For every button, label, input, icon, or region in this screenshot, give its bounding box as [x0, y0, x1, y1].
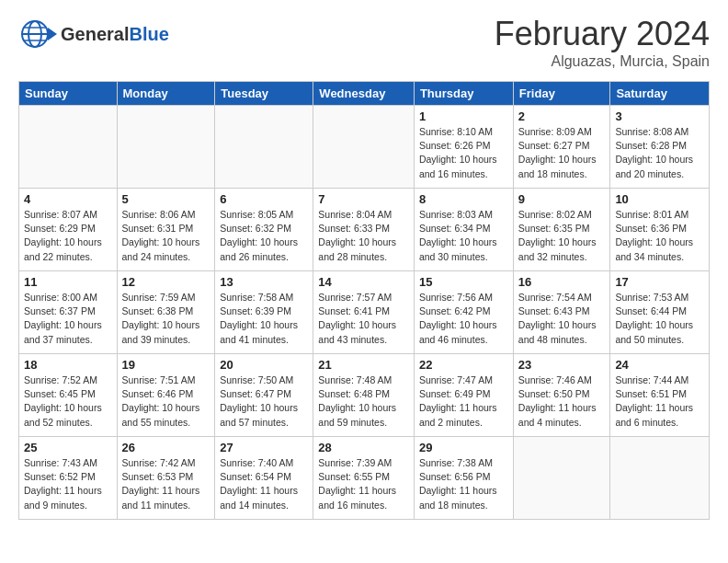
- day-number: 20: [220, 358, 308, 372]
- day-info: Sunrise: 8:03 AM Sunset: 6:34 PM Dayligh…: [419, 208, 508, 264]
- calendar-cell: 10Sunrise: 8:01 AM Sunset: 6:36 PM Dayli…: [610, 189, 710, 271]
- col-sunday: Sunday: [19, 82, 118, 106]
- day-info: Sunrise: 7:43 AM Sunset: 6:52 PM Dayligh…: [24, 456, 112, 512]
- day-number: 6: [220, 192, 308, 206]
- location: Alguazas, Murcia, Spain: [495, 53, 710, 70]
- day-info: Sunrise: 7:40 AM Sunset: 6:54 PM Dayligh…: [220, 456, 308, 512]
- day-number: 1: [419, 109, 508, 123]
- calendar-cell: 18Sunrise: 7:52 AM Sunset: 6:45 PM Dayli…: [19, 354, 118, 437]
- calendar-cell: 8Sunrise: 8:03 AM Sunset: 6:34 PM Daylig…: [414, 189, 513, 271]
- day-info: Sunrise: 8:08 AM Sunset: 6:28 PM Dayligh…: [615, 125, 704, 181]
- day-info: Sunrise: 7:58 AM Sunset: 6:39 PM Dayligh…: [220, 291, 308, 347]
- day-info: Sunrise: 7:39 AM Sunset: 6:55 PM Dayligh…: [318, 456, 409, 512]
- calendar-cell: 3Sunrise: 8:08 AM Sunset: 6:28 PM Daylig…: [610, 106, 710, 189]
- logo-blue-text: Blue: [129, 24, 168, 44]
- calendar-cell: 23Sunrise: 7:46 AM Sunset: 6:50 PM Dayli…: [513, 354, 610, 437]
- day-number: 8: [419, 192, 508, 206]
- day-info: Sunrise: 7:42 AM Sunset: 6:53 PM Dayligh…: [122, 456, 210, 512]
- calendar-cell: 20Sunrise: 7:50 AM Sunset: 6:47 PM Dayli…: [215, 354, 313, 437]
- calendar-cell: 19Sunrise: 7:51 AM Sunset: 6:46 PM Dayli…: [117, 354, 215, 437]
- calendar-cell: 12Sunrise: 7:59 AM Sunset: 6:38 PM Dayli…: [117, 271, 215, 354]
- day-number: 2: [518, 109, 606, 123]
- svg-marker-5: [48, 28, 57, 40]
- calendar-cell: 11Sunrise: 8:00 AM Sunset: 6:37 PM Dayli…: [19, 271, 118, 354]
- day-number: 7: [318, 192, 409, 206]
- calendar-cell: [117, 106, 215, 189]
- calendar-cell: 2Sunrise: 8:09 AM Sunset: 6:27 PM Daylig…: [513, 106, 610, 189]
- day-number: 12: [122, 275, 210, 289]
- calendar-cell: [215, 106, 313, 189]
- day-info: Sunrise: 8:05 AM Sunset: 6:32 PM Dayligh…: [220, 208, 308, 264]
- col-thursday: Thursday: [414, 82, 513, 106]
- calendar-cell: [513, 437, 610, 520]
- calendar-cell: 25Sunrise: 7:43 AM Sunset: 6:52 PM Dayli…: [19, 437, 118, 520]
- calendar-cell: 28Sunrise: 7:39 AM Sunset: 6:55 PM Dayli…: [313, 437, 415, 520]
- day-number: 4: [24, 192, 112, 206]
- day-info: Sunrise: 8:10 AM Sunset: 6:26 PM Dayligh…: [419, 125, 508, 181]
- calendar-cell: 14Sunrise: 7:57 AM Sunset: 6:41 PM Dayli…: [313, 271, 415, 354]
- day-number: 22: [419, 358, 508, 372]
- title-block: February 2024 Alguazas, Murcia, Spain: [495, 15, 710, 70]
- day-info: Sunrise: 7:44 AM Sunset: 6:51 PM Dayligh…: [615, 373, 704, 430]
- day-info: Sunrise: 7:52 AM Sunset: 6:45 PM Dayligh…: [24, 373, 112, 430]
- month-title: February 2024: [495, 15, 710, 53]
- day-info: Sunrise: 7:59 AM Sunset: 6:38 PM Dayligh…: [122, 291, 210, 347]
- day-number: 21: [318, 358, 409, 372]
- calendar-cell: 29Sunrise: 7:38 AM Sunset: 6:56 PM Dayli…: [414, 437, 513, 520]
- day-number: 3: [615, 109, 704, 123]
- day-info: Sunrise: 7:53 AM Sunset: 6:44 PM Dayligh…: [615, 291, 704, 347]
- day-info: Sunrise: 8:07 AM Sunset: 6:29 PM Dayligh…: [24, 208, 112, 264]
- day-info: Sunrise: 7:38 AM Sunset: 6:56 PM Dayligh…: [419, 456, 508, 512]
- calendar-cell: 15Sunrise: 7:56 AM Sunset: 6:42 PM Dayli…: [414, 271, 513, 354]
- logo-icon: [18, 15, 57, 53]
- day-number: 10: [615, 192, 704, 206]
- logo-general: General: [61, 24, 129, 44]
- calendar-cell: [313, 106, 415, 189]
- day-number: 29: [419, 441, 508, 454]
- day-number: 17: [615, 275, 704, 289]
- day-number: 15: [419, 275, 508, 289]
- calendar-cell: 6Sunrise: 8:05 AM Sunset: 6:32 PM Daylig…: [215, 189, 313, 271]
- day-info: Sunrise: 8:01 AM Sunset: 6:36 PM Dayligh…: [615, 208, 704, 264]
- calendar-cell: 26Sunrise: 7:42 AM Sunset: 6:53 PM Dayli…: [117, 437, 215, 520]
- day-number: 24: [615, 358, 704, 372]
- day-number: 25: [24, 441, 112, 454]
- day-number: 14: [318, 275, 409, 289]
- calendar-table: Sunday Monday Tuesday Wednesday Thursday…: [18, 81, 710, 520]
- day-info: Sunrise: 7:50 AM Sunset: 6:47 PM Dayligh…: [220, 373, 308, 430]
- day-number: 26: [122, 441, 210, 454]
- header: GeneralBlue February 2024 Alguazas, Murc…: [18, 15, 710, 70]
- page-container: GeneralBlue February 2024 Alguazas, Murc…: [0, 0, 728, 534]
- day-info: Sunrise: 7:54 AM Sunset: 6:43 PM Dayligh…: [518, 291, 606, 347]
- col-friday: Friday: [513, 82, 610, 106]
- day-number: 28: [318, 441, 409, 454]
- day-info: Sunrise: 8:00 AM Sunset: 6:37 PM Dayligh…: [24, 291, 112, 347]
- day-info: Sunrise: 7:47 AM Sunset: 6:49 PM Dayligh…: [419, 373, 508, 430]
- calendar-cell: [610, 437, 710, 520]
- day-info: Sunrise: 8:09 AM Sunset: 6:27 PM Dayligh…: [518, 125, 606, 181]
- calendar-cell: 17Sunrise: 7:53 AM Sunset: 6:44 PM Dayli…: [610, 271, 710, 354]
- day-number: 13: [220, 275, 308, 289]
- day-number: 18: [24, 358, 112, 372]
- logo: GeneralBlue: [18, 15, 169, 53]
- calendar-cell: 16Sunrise: 7:54 AM Sunset: 6:43 PM Dayli…: [513, 271, 610, 354]
- calendar-cell: 1Sunrise: 8:10 AM Sunset: 6:26 PM Daylig…: [414, 106, 513, 189]
- calendar-cell: [19, 106, 118, 189]
- day-info: Sunrise: 7:48 AM Sunset: 6:48 PM Dayligh…: [318, 373, 409, 430]
- calendar-cell: 13Sunrise: 7:58 AM Sunset: 6:39 PM Dayli…: [215, 271, 313, 354]
- col-wednesday: Wednesday: [313, 82, 415, 106]
- day-number: 27: [220, 441, 308, 454]
- calendar-cell: 5Sunrise: 8:06 AM Sunset: 6:31 PM Daylig…: [117, 189, 215, 271]
- day-number: 16: [518, 275, 606, 289]
- day-info: Sunrise: 7:56 AM Sunset: 6:42 PM Dayligh…: [419, 291, 508, 347]
- day-number: 19: [122, 358, 210, 372]
- day-number: 23: [518, 358, 606, 372]
- day-info: Sunrise: 8:02 AM Sunset: 6:35 PM Dayligh…: [518, 208, 606, 264]
- day-info: Sunrise: 7:57 AM Sunset: 6:41 PM Dayligh…: [318, 291, 409, 347]
- calendar-cell: 4Sunrise: 8:07 AM Sunset: 6:29 PM Daylig…: [19, 189, 118, 271]
- col-tuesday: Tuesday: [215, 82, 313, 106]
- col-saturday: Saturday: [610, 82, 710, 106]
- day-info: Sunrise: 8:04 AM Sunset: 6:33 PM Dayligh…: [318, 208, 409, 264]
- calendar-cell: 9Sunrise: 8:02 AM Sunset: 6:35 PM Daylig…: [513, 189, 610, 271]
- day-number: 9: [518, 192, 606, 206]
